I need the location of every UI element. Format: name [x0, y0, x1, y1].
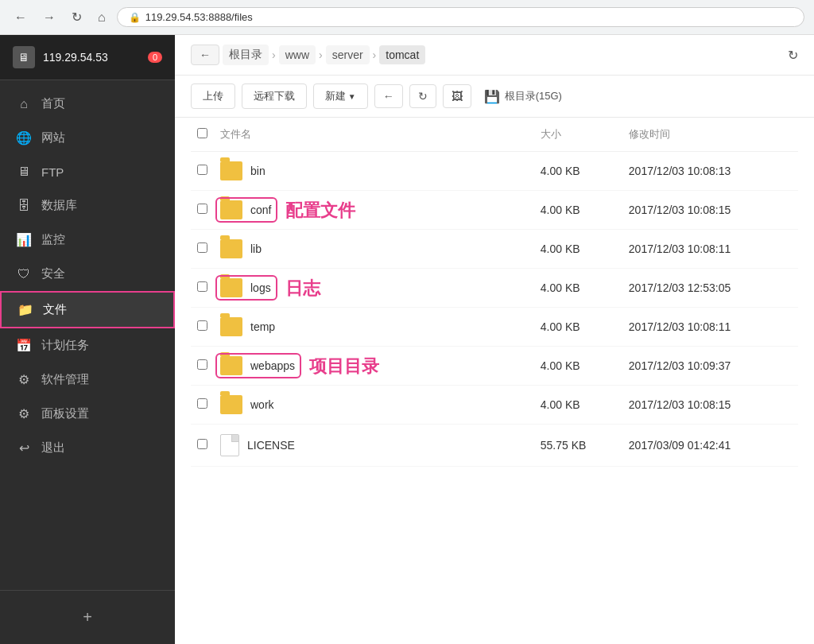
- server-icon: 🖥: [13, 46, 35, 68]
- remote-download-button[interactable]: 远程下载: [242, 83, 307, 109]
- row-name-cell: logs: [214, 269, 534, 308]
- row-name-cell: bin: [214, 152, 534, 191]
- disk-info: 💾 根目录(15G): [484, 89, 562, 104]
- row-modified-time: 2017/12/03 10:08:15: [622, 191, 798, 230]
- toolbar-back-button[interactable]: ←: [374, 84, 403, 108]
- row-name-cell: temp: [214, 308, 534, 347]
- file-name-container: work: [220, 395, 528, 414]
- folder-icon: [220, 317, 242, 336]
- back-button[interactable]: ←: [10, 9, 32, 26]
- row-checkbox-cell: [191, 269, 214, 308]
- row-modified-time: 2017/12/03 10:08:11: [622, 230, 798, 269]
- file-name: temp: [250, 320, 275, 333]
- database-icon: 🗄: [16, 199, 32, 213]
- table-row[interactable]: logs4.00 KB2017/12/03 12:53:05: [191, 269, 798, 308]
- table-row[interactable]: lib4.00 KB2017/12/03 10:08:11: [191, 230, 798, 269]
- folder-icon: [220, 278, 242, 297]
- col-header-name: 文件名: [214, 118, 534, 152]
- row-checkbox[interactable]: [197, 398, 207, 409]
- row-size: 4.00 KB: [534, 347, 622, 386]
- sidebar-label-files: 文件: [43, 302, 67, 317]
- row-checkbox[interactable]: [197, 242, 207, 253]
- table-row[interactable]: webapps4.00 KB2017/12/03 10:09:37: [191, 347, 798, 386]
- row-checkbox[interactable]: [197, 165, 207, 175]
- sidebar-item-panel[interactable]: ⚙ 面板设置: [0, 397, 175, 431]
- breadcrumb-tomcat[interactable]: tomcat: [379, 45, 425, 64]
- sidebar-item-scheduled[interactable]: 📅 计划任务: [0, 328, 175, 363]
- file-name-container: conf: [220, 200, 528, 219]
- breadcrumb-www[interactable]: www: [279, 45, 316, 64]
- file-name-container: bin: [220, 161, 528, 180]
- sidebar-item-ftp[interactable]: 🖥 FTP: [0, 155, 175, 188]
- row-checkbox[interactable]: [197, 281, 207, 292]
- table-header-row: 文件名 大小 修改时间: [191, 118, 798, 152]
- row-checkbox-cell: [191, 425, 214, 467]
- sidebar-item-files[interactable]: 📁 文件: [0, 291, 175, 328]
- col-header-time: 修改时间: [622, 118, 798, 152]
- monitor-icon: 📊: [16, 232, 32, 247]
- new-button[interactable]: 新建: [313, 83, 368, 109]
- row-name-cell: lib: [214, 230, 534, 269]
- toolbar-image-button[interactable]: 🖼: [443, 84, 471, 108]
- table-row[interactable]: temp4.00 KB2017/12/03 10:08:11: [191, 308, 798, 347]
- home-button[interactable]: ⌂: [93, 9, 110, 26]
- address-bar[interactable]: 🔒 119.29.54.53:8888/files: [117, 7, 804, 27]
- col-header-size: 大小: [534, 118, 622, 152]
- row-checkbox[interactable]: [197, 204, 207, 214]
- sidebar-item-software[interactable]: ⚙ 软件管理: [0, 363, 175, 397]
- files-icon: 📁: [17, 302, 33, 317]
- row-modified-time: 2017/12/03 10:08:13: [622, 152, 798, 191]
- file-name-container: webapps: [220, 356, 528, 375]
- sidebar-item-security[interactable]: 🛡 安全: [0, 257, 175, 291]
- breadcrumb-server[interactable]: server: [326, 45, 370, 64]
- row-checkbox-cell: [191, 230, 214, 269]
- breadcrumb-root[interactable]: 根目录: [223, 45, 269, 65]
- table-row[interactable]: LICENSE55.75 KB2017/03/09 01:42:41: [191, 425, 798, 467]
- table-row[interactable]: bin4.00 KB2017/12/03 10:08:13: [191, 152, 798, 191]
- sidebar-item-database[interactable]: 🗄 数据库: [0, 188, 175, 223]
- refresh-button[interactable]: ↻: [67, 8, 87, 26]
- row-size: 4.00 KB: [534, 152, 622, 191]
- col-header-check: [191, 118, 214, 152]
- logout-icon: ↩: [16, 440, 32, 456]
- row-size: 4.00 KB: [534, 191, 622, 230]
- disk-icon: 💾: [484, 89, 500, 104]
- row-checkbox-cell: [191, 191, 214, 230]
- file-name-container: LICENSE: [220, 434, 528, 456]
- folder-icon: [220, 200, 242, 219]
- file-name-container: temp: [220, 317, 528, 336]
- row-modified-time: 2017/03/09 01:42:41: [622, 425, 798, 467]
- row-checkbox[interactable]: [197, 359, 207, 370]
- select-all-checkbox[interactable]: [197, 128, 207, 138]
- sidebar-item-logout[interactable]: ↩ 退出: [0, 431, 175, 465]
- home-icon: ⌂: [16, 97, 32, 111]
- server-ip: 119.29.54.53: [43, 51, 108, 64]
- table-row[interactable]: work4.00 KB2017/12/03 10:08:15: [191, 386, 798, 425]
- file-name: lib: [250, 242, 262, 255]
- row-name-cell: LICENSE: [214, 425, 534, 467]
- file-name: LICENSE: [247, 439, 295, 452]
- sidebar-item-home[interactable]: ⌂ 首页: [0, 87, 175, 121]
- table-row[interactable]: conf4.00 KB2017/12/03 10:08:15: [191, 191, 798, 230]
- forward-button[interactable]: →: [38, 9, 60, 26]
- file-name: logs: [250, 281, 271, 294]
- sidebar-label-logout: 退出: [41, 440, 65, 456]
- file-table-container: 文件名 大小 修改时间 bin4.00 KB2017/12/03 10:08:1…: [175, 118, 814, 644]
- add-button[interactable]: +: [0, 600, 175, 634]
- file-table-wrapper: 文件名 大小 修改时间 bin4.00 KB2017/12/03 10:08:1…: [191, 118, 798, 467]
- sidebar-label-panel: 面板设置: [41, 406, 89, 421]
- upload-button[interactable]: 上传: [191, 83, 235, 109]
- row-checkbox[interactable]: [197, 320, 207, 331]
- breadcrumb-bar: ← 根目录 › www › server › tomcat ↻: [175, 35, 814, 76]
- breadcrumb-back-button[interactable]: ←: [191, 45, 219, 65]
- file-name: work: [250, 398, 274, 411]
- security-icon: 🛡: [16, 267, 32, 281]
- file-name: webapps: [250, 359, 295, 372]
- row-checkbox[interactable]: [197, 439, 207, 449]
- row-name-cell: webapps: [214, 347, 534, 386]
- sidebar-item-website[interactable]: 🌐 网站: [0, 121, 175, 155]
- row-name-cell: conf: [214, 191, 534, 230]
- breadcrumb-refresh-button[interactable]: ↻: [788, 48, 798, 63]
- sidebar-item-monitor[interactable]: 📊 监控: [0, 223, 175, 257]
- toolbar-refresh-button[interactable]: ↻: [409, 84, 436, 108]
